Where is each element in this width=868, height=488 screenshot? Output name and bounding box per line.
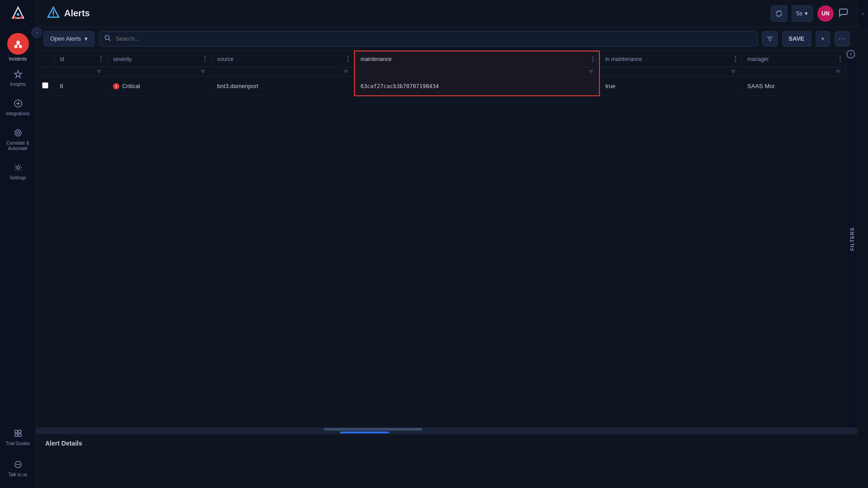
filter-source-cell	[212, 67, 355, 77]
sidebar-item-trial[interactable]: Trial Guides	[2, 424, 34, 451]
row-checkbox[interactable]	[42, 82, 48, 89]
correlate-icon	[14, 128, 23, 139]
sidebar-item-insights[interactable]: Insights	[2, 65, 34, 92]
sidebar-item-label-correlate: Correlate & Automate	[5, 141, 32, 151]
maintenance-value: 63caf27cacb3b70707198434	[360, 83, 439, 89]
incidents-icon	[7, 33, 29, 55]
filter-maintenance-cell	[354, 67, 599, 77]
svg-point-11	[17, 166, 19, 169]
user-initials: UN	[821, 10, 829, 17]
sidebar-item-label-settings: Settings	[9, 175, 26, 181]
open-alerts-filter[interactable]: Open Alerts ▾	[43, 31, 94, 47]
interval-chevron: ▾	[805, 10, 808, 17]
filter-button[interactable]	[762, 31, 778, 47]
th-source[interactable]: source	[212, 51, 355, 67]
right-panel-chevron: ‹	[862, 10, 864, 17]
svg-rect-15	[19, 434, 21, 436]
in-maintenance-value: true	[605, 83, 615, 89]
svg-point-17	[16, 464, 17, 465]
col-maintenance-label: maintenance	[360, 56, 392, 62]
th-id[interactable]: id	[54, 51, 108, 67]
critical-dot: !	[113, 83, 119, 89]
table-row[interactable]: 8 ! Critical bnt3.damenport	[36, 77, 846, 96]
svg-point-9	[15, 130, 21, 136]
filter-in-maintenance-cell	[599, 67, 742, 77]
scroll-thumb-2	[340, 432, 389, 433]
severity-value: Critical	[122, 83, 140, 89]
th-in-maintenance[interactable]: in maintenance	[599, 51, 742, 67]
save-label: SAVE	[789, 35, 804, 42]
scroll-thumb	[324, 428, 422, 431]
topbar-controls: 5s ▾ UN	[771, 5, 848, 22]
svg-point-0	[17, 13, 19, 16]
main-area: Alerts 5s ▾ UN	[36, 0, 857, 488]
col-id-label: id	[60, 56, 64, 62]
sidebar-item-integrations[interactable]: Integrations	[2, 94, 34, 121]
th-severity[interactable]: severity	[108, 51, 212, 67]
row-id-value: 8	[60, 83, 63, 89]
svg-point-18	[17, 464, 18, 465]
cell-source: bnt3.damenport	[212, 77, 355, 96]
sidebar-item-correlate[interactable]: Correlate & Automate	[2, 124, 34, 156]
open-alerts-chevron: ▾	[85, 35, 88, 42]
col-id-menu	[100, 56, 102, 62]
sidebar-item-settings[interactable]: Settings	[2, 159, 34, 185]
save-dropdown-chevron: ▾	[821, 36, 824, 42]
filter-severity-cell	[108, 67, 212, 77]
table-header-row: id severity	[36, 51, 846, 67]
sidebar: › Incidents Insights In	[0, 0, 36, 488]
source-value: bnt3.damenport	[217, 83, 258, 89]
cell-maintenance: 63caf27cacb3b70707198434	[354, 77, 599, 96]
help-icon[interactable]: ?	[846, 50, 855, 61]
trial-icon	[14, 429, 23, 439]
svg-rect-14	[15, 434, 18, 436]
th-maintenance[interactable]: maintenance	[354, 51, 599, 67]
cell-manager: SAAS Mor	[742, 77, 846, 96]
alerts-toolbar: Open Alerts ▾ SA	[36, 27, 857, 51]
search-input[interactable]	[99, 31, 758, 47]
user-avatar[interactable]: UN	[817, 5, 834, 22]
filter-checkbox-cell	[36, 67, 54, 77]
filters-label: FILTERS	[849, 227, 855, 251]
severity-display: ! Critical	[113, 83, 206, 89]
th-manager[interactable]: manager	[742, 51, 846, 67]
integrations-icon	[14, 99, 23, 109]
chat-icon[interactable]	[838, 7, 848, 19]
right-panel-toggle[interactable]: ‹	[857, 0, 868, 27]
sidebar-item-label-insights: Insights	[10, 82, 25, 87]
scroll-indicator-2[interactable]	[36, 431, 857, 434]
sidebar-item-incidents[interactable]: Incidents	[7, 33, 29, 61]
alerts-table-wrapper: id severity	[36, 51, 857, 427]
svg-rect-13	[19, 430, 21, 433]
app-logo[interactable]	[9, 5, 27, 23]
horizontal-scrollbar[interactable]	[36, 427, 857, 431]
sidebar-item-label-talk: Talk to us	[8, 472, 27, 478]
svg-point-21	[53, 15, 54, 16]
sidebar-item-talk[interactable]: Talk to us	[2, 455, 34, 482]
sidebar-item-label-integrations: Integrations	[6, 111, 29, 117]
alert-details-panel: Alert Details	[36, 434, 857, 488]
alerts-table: id severity	[36, 51, 846, 96]
interval-button[interactable]: 5s ▾	[792, 5, 813, 22]
save-button[interactable]: SAVE	[782, 31, 811, 47]
col-maintenance-menu	[592, 56, 594, 62]
col-manager-menu	[840, 56, 841, 62]
col-in-maintenance-menu	[735, 56, 736, 62]
save-dropdown-button[interactable]: ▾	[816, 31, 830, 47]
col-source-label: source	[217, 56, 233, 62]
col-in-maintenance-label: in maintenance	[605, 56, 642, 62]
talk-icon	[14, 460, 23, 470]
page-title: Alerts	[64, 8, 90, 19]
svg-point-3	[16, 41, 20, 44]
sidebar-bottom: Trial Guides Talk to us	[2, 423, 34, 483]
open-alerts-label: Open Alerts	[50, 35, 81, 42]
more-options-button[interactable]: ···	[835, 31, 850, 47]
svg-text:?: ?	[849, 52, 852, 58]
col-severity-label: severity	[113, 56, 132, 62]
svg-point-19	[19, 464, 19, 465]
refresh-button[interactable]	[771, 5, 787, 22]
search-container	[99, 31, 758, 47]
filters-sidebar[interactable]: FILTERS	[846, 51, 857, 427]
sidebar-toggle[interactable]: ›	[31, 27, 42, 38]
content-area: Open Alerts ▾ SA	[36, 27, 857, 488]
